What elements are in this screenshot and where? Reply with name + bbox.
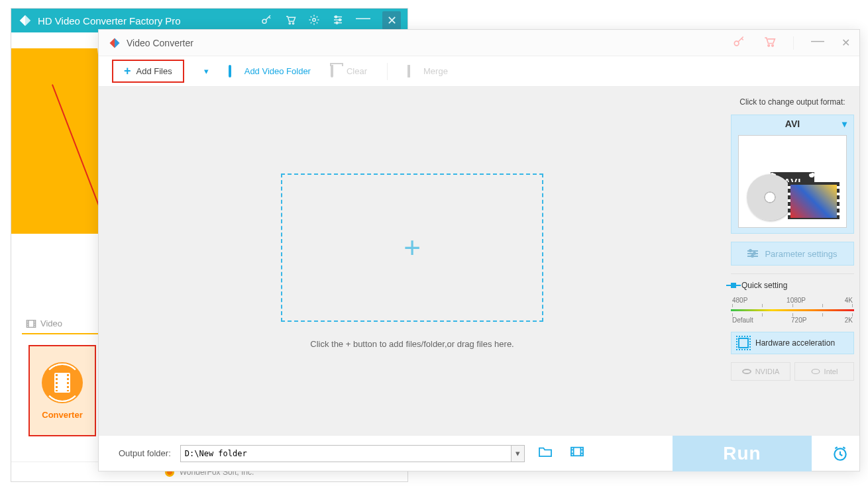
scale-4k: 4K [845, 297, 853, 304]
video-tab-label: Video [40, 318, 62, 328]
merge-label: Merge [423, 66, 448, 76]
wonderfox-logo-icon [18, 13, 32, 28]
hardware-acceleration-toggle[interactable]: Hardware acceleration [731, 332, 854, 354]
plus-icon: + [124, 64, 131, 78]
quick-setting-label: Quick setting [741, 281, 787, 290]
intel-icon [811, 367, 820, 376]
register-key-icon[interactable] [732, 35, 745, 51]
svg-point-2 [292, 23, 294, 24]
merge-icon [407, 66, 418, 77]
fg-titlebar: Video Converter — ✕ [99, 30, 859, 56]
gpu-options: NVIDIA Intel [731, 362, 854, 381]
fg-minimize-button[interactable]: — [811, 33, 824, 48]
nvidia-eye-icon [742, 369, 751, 374]
output-format-name: AVI [785, 119, 800, 129]
add-files-label: Add Files [136, 66, 172, 76]
scale-480p: 480P [732, 297, 747, 304]
svg-point-6 [336, 22, 338, 24]
converter-module-card[interactable]: Converter [28, 345, 96, 436]
film-icon [788, 182, 840, 220]
buy-cart-icon[interactable] [763, 35, 776, 51]
converter-icon [42, 362, 83, 403]
parameter-settings-label: Parameter settings [765, 249, 837, 259]
svg-point-1 [289, 23, 290, 24]
sliders-icon [747, 250, 758, 257]
quick-setting-icon [731, 283, 736, 288]
add-video-folder-button[interactable]: Add Video Folder [229, 66, 311, 77]
quick-setting-title: Quick setting [731, 281, 854, 290]
svg-point-3 [313, 18, 316, 21]
add-files-caret-icon[interactable]: ▾ [204, 66, 209, 76]
run-button[interactable]: Run [673, 436, 812, 471]
output-folder-dropdown-icon[interactable]: ▾ [511, 446, 524, 462]
trash-icon [331, 66, 341, 77]
drop-zone-box[interactable]: + [281, 173, 543, 322]
bg-app-title: HD Video Converter Factory Pro [38, 15, 181, 26]
svg-point-8 [734, 41, 739, 46]
output-folder-combo[interactable]: ▾ [180, 445, 525, 462]
video-converter-window: Video Converter — ✕ + Add Files ▾ Add Vi… [98, 29, 860, 471]
bg-close-button[interactable]: ✕ [382, 11, 401, 30]
hardware-acceleration-label: Hardware acceleration [755, 338, 835, 348]
output-folder-label: Output folder: [119, 448, 171, 458]
fg-bottom-bar: Output folder: ▾ Run [99, 435, 859, 471]
svg-point-0 [262, 19, 266, 23]
fg-toolbar: + Add Files ▾ Add Video Folder Clear Mer… [99, 56, 859, 87]
folder-plus-icon [229, 66, 239, 77]
drop-zone-hint: Click the + button to add files/folder,o… [310, 339, 514, 349]
svg-point-9 [768, 44, 770, 46]
scale-default: Default [732, 317, 753, 324]
converter-label: Converter [42, 410, 82, 420]
svg-point-11 [812, 369, 820, 374]
scale-2k: 2K [845, 317, 853, 324]
quick-setting-section: Quick setting 480P 1080P 4K Default 720P… [731, 273, 854, 324]
add-folder-label: Add Video Folder [244, 66, 311, 76]
fg-window-title: Video Converter [127, 38, 193, 48]
scale-1080p: 1080P [787, 297, 806, 304]
run-button-label: Run [723, 443, 761, 464]
svg-point-10 [772, 44, 774, 46]
schedule-button[interactable] [821, 445, 859, 462]
drop-zone-plus-icon: + [404, 231, 421, 264]
parameter-settings-button[interactable]: Parameter settings [731, 242, 854, 266]
video-tab-underline [22, 333, 108, 334]
output-format-card[interactable]: AVI ▾ AVI [731, 115, 854, 234]
output-format-heading: Click to change output format: [731, 97, 854, 107]
svg-point-5 [339, 19, 341, 21]
add-files-button[interactable]: + Add Files [112, 60, 184, 83]
intel-label: Intel [824, 368, 838, 375]
output-format-thumbnail: AVI [738, 135, 847, 228]
fg-body: + Click the + button to add files/folder… [99, 87, 859, 435]
quick-setting-slider[interactable]: 480P 1080P 4K Default 720P 2K [731, 297, 854, 324]
clear-label: Clear [347, 66, 367, 76]
titlebar-separator [793, 36, 794, 50]
clear-button[interactable]: Clear [331, 66, 367, 77]
fg-close-button[interactable]: ✕ [841, 36, 850, 49]
svg-point-4 [335, 16, 337, 18]
bg-key-icon[interactable] [260, 14, 272, 28]
app-logo-icon [108, 36, 121, 50]
output-video-folder-button[interactable] [566, 446, 588, 461]
bg-settings-icon[interactable] [308, 14, 320, 28]
cpu-chip-icon [738, 338, 749, 348]
output-folder-input[interactable] [181, 449, 511, 458]
nvidia-label: NVIDIA [755, 368, 780, 375]
bg-minimize-button[interactable]: — [356, 9, 370, 26]
scale-720p: 720P [791, 317, 806, 324]
disc-icon [747, 174, 793, 220]
merge-button[interactable]: Merge [407, 66, 448, 77]
video-tab[interactable]: Video [26, 318, 62, 328]
open-output-folder-button[interactable] [534, 446, 557, 461]
bg-options-icon[interactable] [332, 14, 344, 28]
toolbar-separator [387, 63, 388, 80]
right-panel: Click to change output format: AVI ▾ AVI… [726, 87, 859, 435]
nvidia-option[interactable]: NVIDIA [731, 362, 790, 381]
drop-area[interactable]: + Click the + button to add files/folder… [99, 87, 726, 435]
bg-cart-icon[interactable] [284, 14, 296, 28]
intel-option[interactable]: Intel [794, 362, 854, 381]
format-caret-icon: ▾ [842, 119, 847, 129]
